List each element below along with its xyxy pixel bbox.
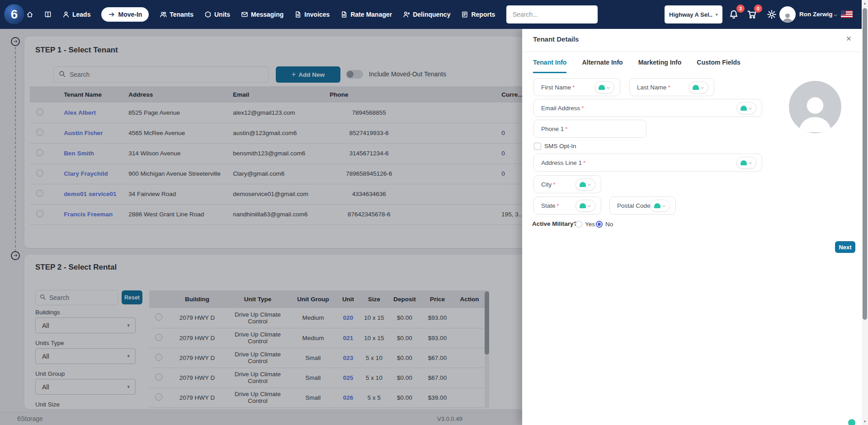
phone-field[interactable]: Phone 1*: [533, 120, 646, 138]
user-menu-chevron-icon[interactable]: [833, 11, 838, 19]
sms-opt-in-checkbox[interactable]: [534, 143, 541, 150]
tab-alternate-info[interactable]: Alternate Info: [582, 59, 623, 73]
nav-item-move-in[interactable]: Move-In: [101, 7, 149, 22]
chevron-down-icon: [606, 84, 610, 92]
user-menu[interactable]: Ron Zerwig: [799, 11, 833, 18]
chevron-down-icon: [700, 84, 704, 92]
autofill-icon: [654, 203, 660, 208]
doc-icon: [294, 11, 302, 18]
chevron-down-icon: [748, 104, 752, 112]
next-button[interactable]: Next: [835, 241, 855, 253]
nav-item-invoices[interactable]: Invoices: [294, 11, 330, 18]
doc-icon: [340, 11, 348, 18]
panel-tabs: Tenant InfoAlternate InfoMarketing InfoC…: [533, 59, 741, 73]
top-nav: 6 LeadsMove-InTenantsUnitsMessagingInvoi…: [0, 0, 868, 29]
chevron-down-icon: ▾: [715, 12, 718, 18]
close-icon[interactable]: [846, 35, 852, 43]
chevron-down-icon: [748, 159, 752, 167]
scroll-down-icon[interactable]: ▼: [862, 420, 868, 424]
nav-item-home[interactable]: [26, 11, 33, 18]
nav-item-rate-manager[interactable]: Rate Manager: [340, 11, 392, 18]
chevron-down-icon: [587, 181, 591, 189]
app-logo[interactable]: 6: [4, 4, 25, 25]
autofill-icon: [580, 182, 586, 187]
autofill-pill[interactable]: [650, 200, 670, 212]
autofill-pill[interactable]: [576, 178, 595, 191]
state-field[interactable]: State*: [533, 196, 601, 215]
nav-item-units[interactable]: Units: [204, 11, 230, 18]
autofill-icon: [741, 106, 747, 111]
autofill-icon: [599, 85, 605, 90]
active-military-label: Active Military?: [532, 220, 577, 227]
postal-code-field[interactable]: Postal Code*: [609, 196, 676, 215]
military-no-label: No: [605, 221, 613, 228]
facility-selector-value: Highway A Sel...: [669, 11, 712, 18]
nav-item-leads[interactable]: Leads: [62, 11, 90, 18]
person-icon: [62, 11, 70, 18]
panel-title: Tenant Details: [533, 35, 579, 43]
tab-tenant-info[interactable]: Tenant Info: [533, 59, 566, 73]
chevron-down-icon: [662, 202, 666, 210]
military-yes-radio[interactable]: [576, 221, 582, 228]
window-scrollbar[interactable]: ▲ ▼: [862, 0, 868, 425]
modal-dim-overlay: [0, 29, 522, 425]
military-yes-label: Yes: [585, 221, 595, 228]
city-field[interactable]: City*: [533, 175, 601, 193]
chevron-down-icon: [587, 202, 591, 210]
autofill-pill[interactable]: [689, 81, 708, 93]
map-icon: [44, 11, 52, 18]
scroll-up-icon[interactable]: ▲: [862, 1, 868, 5]
autofill-icon: [741, 160, 747, 165]
autofill-pill[interactable]: [736, 102, 756, 114]
tenant-photo-placeholder[interactable]: [789, 81, 841, 133]
nav-item-reports[interactable]: Reports: [461, 11, 495, 18]
hexagon-icon: [204, 11, 212, 18]
autofill-icon: [580, 203, 586, 208]
report-icon: [461, 11, 468, 18]
last-name-field[interactable]: Last Name*: [629, 78, 714, 96]
user-avatar[interactable]: [779, 6, 796, 23]
first-name-field[interactable]: First Name*: [533, 78, 620, 96]
autofill-icon: [693, 85, 699, 90]
military-no-radio[interactable]: [596, 221, 603, 228]
global-search-input[interactable]: [506, 5, 598, 23]
tab-custom-fields[interactable]: Custom Fields: [697, 59, 740, 73]
nav-item-facilities-map[interactable]: [44, 11, 52, 18]
language-flag-icon[interactable]: [841, 10, 853, 18]
address-line1-field[interactable]: Address Line 1*: [533, 154, 762, 172]
nav-item-messaging[interactable]: Messaging: [241, 11, 283, 18]
autofill-pill[interactable]: [736, 157, 756, 169]
notifications-badge: 3: [736, 5, 745, 13]
email-field[interactable]: Email Address*: [533, 99, 762, 117]
home-icon: [26, 11, 33, 18]
autofill-pill[interactable]: [594, 81, 614, 93]
nav-item-tenants[interactable]: Tenants: [160, 11, 193, 18]
main-nav-items: LeadsMove-InTenantsUnitsMessagingInvoice…: [26, 0, 533, 29]
sms-opt-in-label: SMS Opt-In: [544, 143, 576, 149]
global-search: [506, 5, 598, 23]
tab-marketing-info[interactable]: Marketing Info: [638, 59, 682, 73]
scrollbar-thumb[interactable]: [863, 8, 867, 320]
chat-widget-dot[interactable]: [848, 419, 855, 425]
settings-gear-icon[interactable]: [767, 9, 777, 21]
person-x-icon: [403, 11, 410, 18]
nav-item-delinquency[interactable]: Delinquency: [403, 11, 450, 18]
people-icon: [160, 11, 167, 18]
facility-selector[interactable]: Highway A Sel... ▾: [665, 5, 722, 23]
tenant-details-panel: Tenant Details Tenant InfoAlternate Info…: [522, 29, 862, 425]
panel-divider: [522, 51, 862, 52]
cart-badge: 0: [754, 5, 762, 13]
autofill-pill[interactable]: [576, 200, 595, 212]
arrow-right-icon: [108, 11, 115, 18]
envelope-icon: [241, 11, 248, 18]
